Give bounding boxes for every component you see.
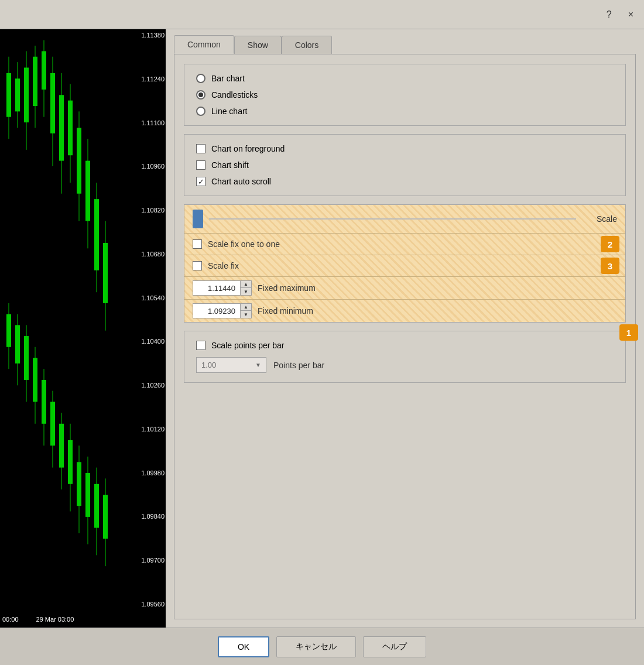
close-button[interactable]: × [625,7,637,22]
svg-rect-13 [59,95,64,160]
svg-rect-35 [50,402,55,445]
scale-badge-2: 2 [601,236,619,252]
scale-points-section: Scale points per bar 1.00 ▼ Points per b… [184,331,626,383]
fixed-max-input[interactable]: 1.11440 ▲ ▼ [193,280,252,296]
scale-slider-row: Scale 1 [184,205,625,234]
radio-label-bar: Bar chart [211,74,245,83]
price-axis: 1.11380 1.11240 1.11100 1.10960 1.10820 … [124,29,166,610]
checkbox-box-foreground [196,144,205,153]
candlestick-chart [0,29,123,610]
points-per-bar-row: 1.00 ▼ Points per bar [196,357,614,373]
svg-rect-7 [33,57,37,106]
svg-rect-33 [42,380,46,424]
tab-bar: Common Show Colors [174,35,636,54]
fixed-max-up[interactable]: ▲ [241,281,251,288]
scale-fix-one-label: Scale fix one to one [208,239,280,249]
scale-badge-3: 3 [601,258,619,274]
checkbox-box-scale-fix [193,261,202,270]
scale-label: Scale [582,214,617,224]
help-button[interactable]: ? [603,7,615,22]
radio-label-line: Line chart [211,107,247,116]
svg-rect-29 [24,336,29,380]
checkbox-box-scale-points [196,341,205,350]
chart-type-section: Bar chart Candlesticks Line chart [184,64,626,126]
svg-rect-19 [85,161,90,221]
svg-rect-39 [68,440,73,484]
tab-show[interactable]: Show [234,36,282,54]
svg-rect-31 [33,358,37,402]
radio-bar-chart[interactable]: Bar chart [196,74,614,83]
checkbox-scale-fix[interactable]: Scale fix [193,261,617,270]
checkbox-autoscroll[interactable]: ✓ Chart auto scroll [196,177,614,186]
points-dropdown[interactable]: 1.00 ▼ [196,357,266,373]
svg-rect-9 [42,51,46,90]
scale-section: Scale 1 Scale fix one to one 2 [184,204,626,323]
radio-circle-candlesticks [196,90,205,100]
fixed-max-value: 1.11440 [193,282,240,294]
fixed-max-row: 1.11440 ▲ ▼ Fixed maximum [184,277,625,300]
radio-line-chart[interactable]: Line chart [196,107,614,116]
checkbox-label-scale-points: Scale points per bar [211,341,285,350]
svg-rect-15 [68,101,73,156]
svg-rect-27 [15,325,20,364]
fixed-max-label: Fixed maximum [258,283,316,293]
help-button-bottom[interactable]: ヘルプ [363,636,426,657]
checkbox-scale-fix-one[interactable]: Scale fix one to one [193,239,617,249]
fixed-min-value: 1.09230 [193,305,240,317]
chart-options-section: Chart on foreground Chart shift ✓ Chart … [184,134,626,196]
checkbox-box-shift [196,160,205,170]
panel-content: Bar chart Candlesticks Line chart Chart … [174,54,636,619]
radio-circle-line [196,107,205,116]
scale-fix-one-row: Scale fix one to one 2 [184,234,625,255]
radio-circle-bar [196,74,205,83]
fixed-min-spinner: ▲ ▼ [240,304,251,318]
fixed-min-up[interactable]: ▲ [241,304,251,311]
svg-rect-41 [77,462,81,506]
svg-rect-23 [103,243,108,303]
chart-area: 1.11380 1.11240 1.11100 1.10960 1.10820 … [0,29,166,628]
fixed-min-down[interactable]: ▼ [241,311,251,318]
radio-label-candlesticks: Candlesticks [211,90,258,100]
checkbox-label-shift: Chart shift [211,160,249,170]
cancel-button[interactable]: キャンセル [276,636,356,657]
checkbox-label-autoscroll: Chart auto scroll [211,177,271,186]
svg-rect-37 [59,424,64,468]
svg-rect-47 [103,495,108,539]
bottom-bar: OK キャンセル ヘルプ [0,628,644,665]
radio-candlesticks[interactable]: Candlesticks [196,90,614,100]
svg-rect-3 [15,78,20,111]
dropdown-arrow-icon: ▼ [255,362,261,368]
ok-button[interactable]: OK [218,636,269,657]
scale-fix-label: Scale fix [208,261,239,270]
points-dropdown-value: 1.00 [201,361,216,369]
svg-rect-11 [50,73,55,133]
tab-common[interactable]: Common [174,35,234,54]
fixed-min-label: Fixed minimum [258,306,313,316]
svg-rect-5 [24,68,29,123]
svg-rect-25 [6,314,11,347]
svg-rect-45 [94,484,99,528]
fixed-min-row: 1.09230 ▲ ▼ Fixed minimum [184,300,625,322]
checkbox-foreground[interactable]: Chart on foreground [196,144,614,153]
svg-rect-43 [85,473,90,517]
fixed-max-down[interactable]: ▼ [241,288,251,295]
dialog-panel: Common Show Colors Bar chart Candlestick… [166,29,644,628]
checkbox-box-scale-fix-one [193,239,202,249]
title-bar: ? × [0,0,644,29]
time-axis: 00:00 29 Mar 03:00 [0,611,166,628]
scale-fix-row: Scale fix 3 [184,255,625,277]
fixed-max-spinner: ▲ ▼ [240,281,251,295]
svg-rect-1 [6,73,11,117]
svg-rect-21 [94,199,99,270]
fixed-min-input[interactable]: 1.09230 ▲ ▼ [193,303,252,318]
points-per-bar-label: Points per bar [273,361,324,370]
scale-slider-thumb[interactable] [193,210,203,228]
tab-colors[interactable]: Colors [282,36,332,54]
checkbox-box-autoscroll: ✓ [196,177,205,186]
svg-rect-17 [77,128,81,193]
scale-slider-track[interactable] [209,218,576,220]
scale-badge-1: 1 [619,324,636,341]
checkbox-scale-points[interactable]: Scale points per bar [196,341,614,350]
checkbox-shift[interactable]: Chart shift [196,160,614,170]
checkbox-label-foreground: Chart on foreground [211,144,285,153]
